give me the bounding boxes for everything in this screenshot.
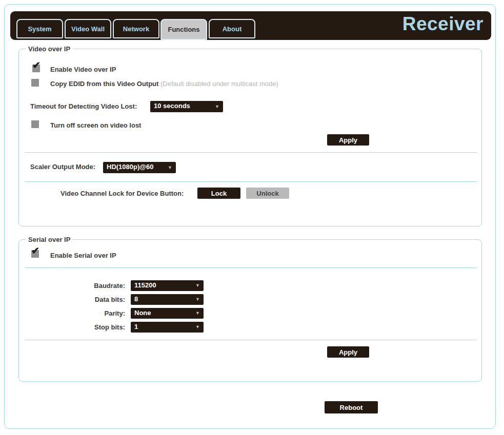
header-bar: System Video Wall Network Functions Abou… bbox=[10, 11, 491, 40]
serial-settings: Baudrate: 115200 ▼ Data bits: 8 ▼ Parity… bbox=[19, 280, 204, 336]
video-over-ip-section: Video over IP ✔ Enable Video over IP ✔ C… bbox=[18, 49, 482, 226]
dropdown-arrow-icon: ▼ bbox=[195, 281, 200, 291]
data-bits-row: Data bits: 8 ▼ bbox=[19, 294, 204, 305]
tab-video-wall[interactable]: Video Wall bbox=[65, 19, 111, 38]
serial-over-ip-legend: Serial over IP bbox=[26, 236, 73, 243]
parity-row: Parity: None ▼ bbox=[19, 308, 204, 319]
parity-label: Parity: bbox=[19, 309, 125, 317]
tab-system[interactable]: System bbox=[16, 19, 63, 38]
divider bbox=[25, 340, 477, 340]
enable-serial-over-ip-checkbox[interactable]: ✔ bbox=[31, 250, 39, 258]
copy-edid-label: Copy EDID from this Video Output (Defaul… bbox=[50, 80, 278, 88]
check-icon: ✔ bbox=[32, 60, 41, 70]
enable-video-over-ip-checkbox[interactable]: ✔ bbox=[32, 65, 40, 72]
check-icon: ✔ bbox=[31, 246, 39, 256]
baudrate-row: Baudrate: 115200 ▼ bbox=[19, 280, 204, 291]
dropdown-arrow-icon: ▼ bbox=[195, 322, 200, 332]
divider bbox=[25, 152, 477, 153]
data-bits-label: Data bits: bbox=[19, 296, 125, 303]
scaler-output-mode-select[interactable]: HD(1080p)@60 ▼ bbox=[103, 162, 176, 173]
data-bits-select[interactable]: 8 ▼ bbox=[131, 294, 204, 305]
stop-bits-row: Stop bits: 1 ▼ bbox=[19, 322, 204, 333]
dropdown-arrow-icon: ▼ bbox=[215, 101, 219, 112]
enable-serial-over-ip-label: Enable Serial over IP bbox=[50, 252, 116, 259]
timeout-label: Timeout for Detecting Video Lost: bbox=[30, 102, 137, 110]
turn-off-screen-checkbox[interactable]: ✔ bbox=[31, 120, 39, 128]
baudrate-label: Baudrate: bbox=[19, 282, 125, 289]
lock-button[interactable]: Lock bbox=[197, 188, 240, 199]
tab-about[interactable]: About bbox=[209, 19, 255, 38]
unlock-button[interactable]: Unlock bbox=[246, 188, 289, 199]
video-apply-button[interactable]: Apply bbox=[327, 134, 369, 146]
page-title: Receiver bbox=[402, 13, 483, 35]
baudrate-select[interactable]: 115200 ▼ bbox=[131, 280, 204, 291]
stop-bits-select[interactable]: 1 ▼ bbox=[131, 322, 204, 333]
turn-off-screen-label: Turn off screen on video lost bbox=[50, 121, 141, 129]
video-over-ip-legend: Video over IP bbox=[26, 45, 73, 53]
reboot-button[interactable]: Reboot bbox=[325, 401, 378, 413]
stop-bits-label: Stop bits: bbox=[19, 323, 125, 331]
dropdown-arrow-icon: ▼ bbox=[168, 162, 172, 173]
copy-edid-hint: (Default disabled under multicast mode) bbox=[160, 80, 278, 88]
scaler-output-mode-label: Scaler Output Mode: bbox=[30, 163, 95, 171]
serial-apply-button[interactable]: Apply bbox=[327, 346, 369, 358]
copy-edid-checkbox[interactable]: ✔ bbox=[31, 79, 39, 87]
dropdown-arrow-icon: ▼ bbox=[195, 295, 200, 304]
timeout-select[interactable]: 10 seconds ▼ bbox=[150, 101, 223, 112]
receiver-config-page: System Video Wall Network Functions Abou… bbox=[0, 0, 504, 435]
tab-functions[interactable]: Functions bbox=[160, 19, 207, 40]
divider bbox=[25, 267, 477, 268]
tab-network[interactable]: Network bbox=[113, 19, 159, 38]
enable-video-over-ip-label: Enable Video over IP bbox=[50, 66, 116, 73]
dropdown-arrow-icon: ▼ bbox=[195, 308, 200, 318]
parity-select[interactable]: None ▼ bbox=[131, 308, 204, 319]
channel-lock-label: Video Channel Lock for Device Button: bbox=[61, 190, 184, 197]
divider bbox=[25, 181, 477, 182]
serial-over-ip-section: Serial over IP ✔ Enable Serial over IP B… bbox=[18, 239, 482, 382]
